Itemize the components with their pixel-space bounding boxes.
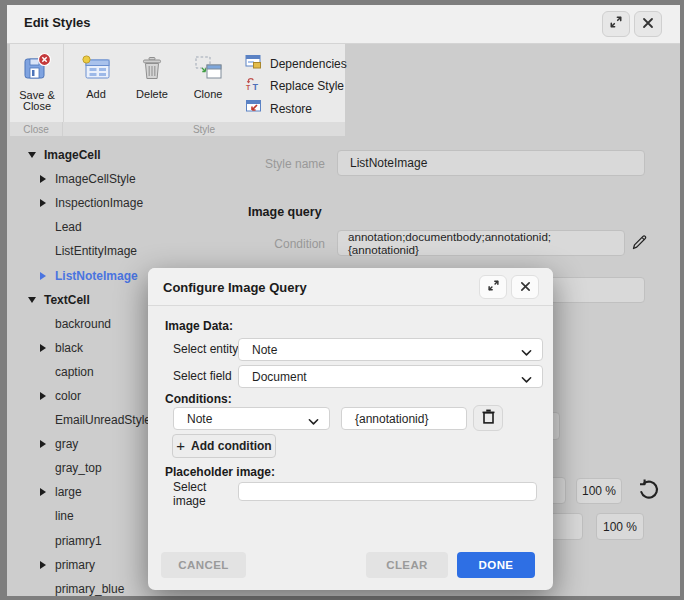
condition-entity-dropdown[interactable]: Note [173, 407, 330, 430]
image-data-heading: Image Data: [165, 319, 233, 333]
dependencies-button[interactable]: Dependencies [245, 54, 347, 73]
clone-icon [193, 55, 223, 85]
select-entity-label: Select entity [173, 342, 238, 356]
svg-text:T: T [253, 82, 259, 92]
chevron-down-icon[interactable] [28, 297, 36, 303]
chevron-right-icon[interactable] [40, 344, 46, 352]
tree-item-imagecellstyle[interactable]: ImageCellStyle [7, 167, 227, 191]
dialog-close-button[interactable] [511, 275, 539, 299]
dialog-maximize-button[interactable] [479, 275, 507, 299]
chevron-right-icon[interactable] [40, 199, 46, 207]
add-button[interactable]: Add [74, 55, 118, 100]
select-field-label: Select field [173, 369, 232, 383]
toolbar-group-labels: Close Style [10, 122, 345, 136]
close-icon [642, 15, 654, 33]
zoom-percent-2[interactable]: 100 % [596, 513, 644, 540]
clone-button[interactable]: Clone [184, 55, 232, 100]
zoom-percent-1[interactable]: 100 % [576, 478, 622, 504]
select-image-label: Select image [173, 480, 206, 508]
trash-icon [481, 408, 496, 429]
chevron-right-icon[interactable] [40, 392, 46, 400]
maximize-icon [487, 278, 500, 296]
tree-item-inspectionimage[interactable]: InspectionImage [7, 191, 227, 215]
tree-item-imagecell[interactable]: ImageCell [7, 143, 227, 167]
maximize-icon [609, 15, 623, 33]
window-title: Edit Styles [24, 15, 90, 30]
chevron-right-icon[interactable] [40, 175, 46, 183]
restore-button[interactable]: Restore [245, 99, 312, 118]
configure-image-query-dialog: Configure Image Query Image Data: Select… [148, 268, 553, 590]
select-image-input[interactable] [238, 482, 537, 501]
chevron-down-icon [521, 346, 532, 360]
group-label-style: Style [63, 122, 345, 136]
chevron-right-icon[interactable] [40, 561, 46, 569]
close-icon [520, 278, 531, 296]
condition-label: Condition [225, 237, 325, 251]
chevron-down-icon [308, 415, 319, 429]
select-entity-dropdown[interactable]: Note [238, 338, 543, 361]
svg-text:T: T [246, 84, 251, 91]
maximize-button[interactable] [602, 11, 630, 37]
restore-label: Restore [270, 102, 312, 116]
save-close-label-line2: Close [23, 101, 51, 112]
delete-icon [139, 55, 165, 85]
add-icon [81, 55, 111, 85]
clone-label: Clone [194, 89, 223, 100]
select-field-dropdown[interactable]: Document [238, 365, 543, 388]
group-label-close: Close [10, 122, 63, 136]
dependencies-icon [245, 54, 262, 73]
toolbar: Save & Close Add Delete [10, 44, 345, 136]
restore-icon [245, 99, 262, 118]
chevron-right-icon[interactable] [40, 488, 46, 496]
condition-input[interactable]: annotation;documentbody;annotationid;{an… [337, 230, 625, 256]
dialog-title: Configure Image Query [163, 280, 307, 295]
window-titlebar [7, 5, 680, 44]
delete-label: Delete [136, 89, 168, 100]
edit-condition-pencil-icon[interactable] [630, 233, 649, 256]
add-label: Add [86, 89, 106, 100]
replace-style-icon: T T [245, 76, 262, 95]
image-query-heading: Image query [248, 205, 322, 219]
cancel-button[interactable]: CANCEL [161, 552, 246, 578]
chevron-right-icon[interactable] [40, 272, 46, 280]
condition-value-input[interactable]: {annotationid} [341, 407, 467, 430]
add-condition-button[interactable]: + Add condition [172, 434, 276, 458]
delete-condition-button[interactable] [473, 405, 503, 431]
chevron-right-icon[interactable] [40, 440, 46, 448]
close-button[interactable] [634, 11, 662, 37]
save-close-icon [22, 52, 52, 86]
done-button[interactable]: DONE [457, 552, 535, 578]
tree-item-listentityimage[interactable]: ListEntityImage [7, 239, 227, 263]
style-name-label: Style name [225, 157, 325, 171]
chevron-down-icon[interactable] [28, 152, 36, 158]
save-close-button[interactable]: Save & Close [13, 52, 61, 112]
replace-style-label: Replace Style [270, 79, 344, 93]
dependencies-label: Dependencies [270, 57, 347, 71]
placeholder-image-heading: Placeholder image: [165, 465, 275, 479]
plus-icon: + [176, 437, 185, 454]
reset-rotate-icon[interactable] [636, 478, 660, 506]
tree-item-lead[interactable]: Lead [7, 215, 227, 239]
style-name-input[interactable]: ListNoteImage [337, 150, 645, 176]
clear-button[interactable]: CLEAR [366, 552, 448, 578]
chevron-down-icon [521, 373, 532, 387]
delete-button[interactable]: Delete [128, 55, 176, 100]
conditions-heading: Conditions: [165, 392, 232, 406]
replace-style-button[interactable]: T T Replace Style [245, 76, 344, 95]
